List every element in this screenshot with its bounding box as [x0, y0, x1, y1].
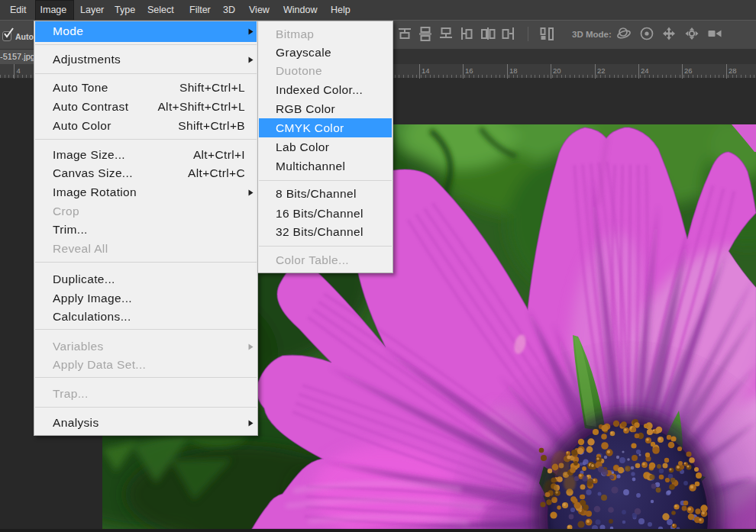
svg-text:3D Mode:: 3D Mode: — [572, 30, 612, 39]
